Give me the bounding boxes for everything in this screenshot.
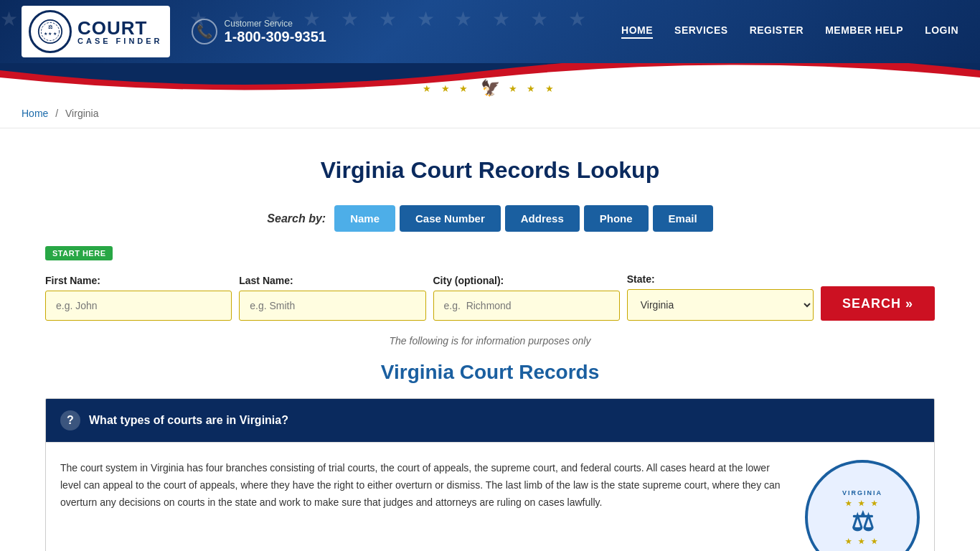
tab-email[interactable]: Email xyxy=(653,205,713,232)
faq-body-0: The court system in Virginia has four br… xyxy=(46,442,934,551)
main-nav: HOME SERVICES REGISTER MEMBER HELP LOGIN xyxy=(621,24,958,39)
wave-strip: ★ ★ ★ 🦅 ★ ★ ★ xyxy=(0,63,980,99)
section-title: Virginia Court Records xyxy=(45,361,935,384)
first-name-label: First Name: xyxy=(45,275,232,286)
first-name-group: First Name: xyxy=(45,275,232,321)
customer-service: 📞 Customer Service 1-800-309-9351 xyxy=(192,19,622,45)
logo-svg-icon: ⚖ ★ ★ ★ xyxy=(37,19,63,44)
last-name-input[interactable] xyxy=(239,291,425,321)
breadcrumb-current: Virginia xyxy=(65,108,98,119)
eagle-icon: 🦅 xyxy=(481,79,500,98)
customer-service-phone: 1-800-309-9351 xyxy=(225,29,326,45)
site-logo[interactable]: ⚖ ★ ★ ★ COURT CASE FINDER xyxy=(22,6,170,57)
state-label: State: xyxy=(627,273,814,285)
state-select[interactable]: Virginia Alabama Alaska Arizona Arkansas… xyxy=(627,289,814,321)
logo-text: COURT CASE FINDER xyxy=(77,19,163,45)
eagle-bar: ★ ★ ★ 🦅 ★ ★ ★ xyxy=(0,79,980,98)
nav-register[interactable]: REGISTER xyxy=(750,24,804,39)
faq-item-0: ? What types of courts are in Virginia? … xyxy=(45,398,935,551)
nav-login[interactable]: LOGIN xyxy=(925,24,958,39)
search-by-label: Search by: xyxy=(267,212,326,225)
breadcrumb-separator: / xyxy=(55,108,58,119)
site-header: ⚖ ★ ★ ★ COURT CASE FINDER 📞 Customer Ser… xyxy=(0,0,980,99)
nav-home[interactable]: HOME xyxy=(621,24,653,39)
logo-court-label: COURT xyxy=(77,19,163,37)
first-name-input[interactable] xyxy=(45,291,232,321)
faq-header-0[interactable]: ? What types of courts are in Virginia? xyxy=(46,399,934,442)
last-name-group: Last Name: xyxy=(239,275,425,321)
svg-text:★ ★ ★: ★ ★ ★ xyxy=(44,31,57,36)
breadcrumb-home-link[interactable]: Home xyxy=(22,108,48,119)
search-by-row: Search by: Name Case Number Address Phon… xyxy=(45,205,935,232)
search-form: First Name: Last Name: City (optional): … xyxy=(45,273,935,321)
nav-services[interactable]: SERVICES xyxy=(674,24,728,39)
tab-address[interactable]: Address xyxy=(505,205,580,232)
page-title: Virginia Court Records Lookup xyxy=(45,157,935,184)
tab-case-number[interactable]: Case Number xyxy=(400,205,501,232)
start-here-badge: START HERE xyxy=(45,246,113,260)
city-group: City (optional): xyxy=(433,275,620,321)
city-label: City (optional): xyxy=(433,275,620,286)
start-here-wrap: START HERE xyxy=(45,246,935,268)
virginia-seal: VIRGINIA ★ ★ ★ ⚖ ★ ★ ★ xyxy=(805,460,920,551)
tab-phone[interactable]: Phone xyxy=(584,205,649,232)
faq-answer-0: The court system in Virginia has four br… xyxy=(60,460,791,551)
nav-member-help[interactable]: MEMBER HELP xyxy=(825,24,903,39)
main-content: Virginia Court Records Lookup Search by:… xyxy=(24,128,956,551)
info-note: The following is for information purpose… xyxy=(45,335,935,347)
virginia-seal-inner: VIRGINIA ★ ★ ★ ⚖ ★ ★ ★ xyxy=(808,463,917,551)
faq-q-icon-0: ? xyxy=(60,410,80,430)
eagle-stars-left: ★ ★ ★ xyxy=(423,83,471,94)
seal-stars-bottom: ★ ★ ★ xyxy=(845,537,880,545)
state-group: State: Virginia Alabama Alaska Arizona A… xyxy=(627,273,814,321)
customer-service-label: Customer Service xyxy=(225,19,326,29)
customer-service-info: Customer Service 1-800-309-9351 xyxy=(225,19,326,45)
search-button[interactable]: SEARCH » xyxy=(821,286,935,321)
seal-icon: ⚖ xyxy=(851,507,874,537)
tab-name[interactable]: Name xyxy=(334,205,395,232)
eagle-stars-right: ★ ★ ★ xyxy=(509,83,557,94)
faq-title-0: What types of courts are in Virginia? xyxy=(89,414,288,427)
logo-circle: ⚖ ★ ★ ★ xyxy=(29,10,72,53)
seal-text-virginia: VIRGINIA xyxy=(842,489,882,496)
last-name-label: Last Name: xyxy=(239,275,425,286)
city-input[interactable] xyxy=(433,291,620,321)
seal-stars-top: ★ ★ ★ xyxy=(845,499,880,507)
phone-icon: 📞 xyxy=(192,19,217,44)
search-button-wrap: SEARCH » xyxy=(821,286,935,321)
logo-case-finder-label: CASE FINDER xyxy=(77,37,163,45)
breadcrumb: Home / Virginia xyxy=(0,99,980,128)
svg-text:⚖: ⚖ xyxy=(48,24,53,30)
